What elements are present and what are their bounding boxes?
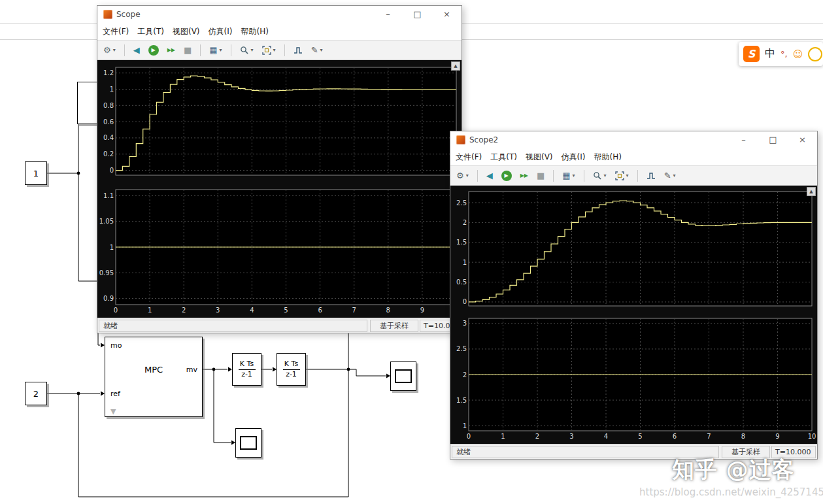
ime-more-icon[interactable] <box>808 47 822 61</box>
integrator-numerator: K Ts <box>284 360 298 369</box>
menu-item[interactable]: 文件(F) <box>456 152 482 163</box>
svg-text:9: 9 <box>775 433 779 440</box>
maximize-button[interactable]: □ <box>403 6 432 23</box>
scope2-toolbar: ⚙▾◀▶▶▶■▦▾▾▾✎▾ <box>450 166 817 186</box>
menu-item[interactable]: 工具(T) <box>137 26 164 37</box>
svg-text:5: 5 <box>638 433 642 440</box>
fit-to-view-icon[interactable]: ▾ <box>261 44 277 56</box>
maximize-button[interactable]: □ <box>758 131 788 148</box>
scope1-window-title: Scope <box>116 10 141 19</box>
close-button[interactable]: × <box>788 131 817 148</box>
layout-icon[interactable]: ▦▾ <box>561 170 576 181</box>
discrete-integrator-block-1[interactable]: K Ts z-1 <box>232 353 261 386</box>
menu-item[interactable]: 帮助(H) <box>594 152 621 163</box>
svg-text:9: 9 <box>420 307 424 314</box>
stop-icon[interactable]: ■ <box>535 170 546 181</box>
svg-text:1: 1 <box>110 86 114 93</box>
zoom-icon[interactable]: ▾ <box>239 44 255 56</box>
svg-text:6: 6 <box>673 433 677 440</box>
run-icon[interactable]: ▶ <box>500 169 513 182</box>
stop-icon[interactable]: ■ <box>182 44 193 56</box>
settings-gear-icon[interactable]: ⚙▾ <box>455 170 470 181</box>
svg-text:8: 8 <box>741 433 745 440</box>
inport-block-1[interactable]: 1 <box>25 161 47 185</box>
scope-block-lower[interactable] <box>235 428 261 458</box>
ime-language-mode[interactable]: 中 <box>765 47 775 61</box>
fit-to-view-icon[interactable]: ▾ <box>614 170 630 182</box>
svg-text:0: 0 <box>110 167 114 174</box>
menu-item[interactable]: 帮助(H) <box>241 26 268 37</box>
highlight-block-icon[interactable]: ◀ <box>485 170 494 181</box>
dropdown-arrow-icon: ▾ <box>626 173 629 178</box>
mpc-controller-block[interactable]: MPC mo ref mv ▼ <box>105 337 203 417</box>
dropdown-arrow-icon: ▾ <box>251 48 254 53</box>
ime-emoji-icon[interactable]: ☺ <box>793 48 803 60</box>
close-button[interactable]: × <box>432 6 462 23</box>
scope1-status-sample-mode: 基于采样 <box>370 320 418 332</box>
dropdown-arrow-icon: ▾ <box>573 173 575 178</box>
scope1-axes-2[interactable]: 0123456789100.90.9511.051.1 <box>99 186 460 314</box>
scope1-axes-1[interactable]: 00.20.40.60.811.2 <box>99 64 460 179</box>
svg-text:4: 4 <box>604 433 608 440</box>
menu-item[interactable]: 仿真(I) <box>209 26 233 37</box>
toolbar-separator <box>584 170 584 182</box>
sogou-logo-icon[interactable]: S <box>743 46 760 62</box>
scope1-plot-area: 00.20.40.60.811.2 0123456789100.90.9511.… <box>97 60 462 318</box>
mpc-expand-arrow-icon[interactable]: ▼ <box>110 407 116 416</box>
zoom-icon[interactable]: ▾ <box>592 170 608 182</box>
discrete-integrator-block-2[interactable]: K Ts z-1 <box>277 353 306 386</box>
scope2-titlebar[interactable]: Scope2 – □ × <box>450 131 817 148</box>
svg-text:0: 0 <box>114 307 118 314</box>
menu-item[interactable]: 仿真(I) <box>562 152 586 163</box>
inport-block-2[interactable]: 2 <box>25 382 47 405</box>
step-forward-icon[interactable]: ▶▶ <box>519 172 529 180</box>
svg-text:3: 3 <box>463 320 467 327</box>
ime-punctuation-icon[interactable]: °, <box>781 49 788 59</box>
svg-text:0.4: 0.4 <box>103 134 114 141</box>
scope-block-upper[interactable] <box>390 361 416 391</box>
toolbar-separator <box>231 44 231 56</box>
scope-block-screen-icon <box>240 436 257 450</box>
svg-text:1: 1 <box>463 422 467 429</box>
scope2-axes-1[interactable]: 00.511.522.5 <box>452 188 816 310</box>
svg-text:10: 10 <box>808 433 816 440</box>
settings-gear-icon[interactable]: ⚙▾ <box>102 44 117 56</box>
dropdown-arrow-icon: ▾ <box>466 173 469 178</box>
menu-item[interactable]: 视图(V) <box>173 26 200 37</box>
menu-item[interactable]: 文件(F) <box>103 26 129 37</box>
ime-toolbar[interactable]: S 中 °, ☺ <box>739 42 823 66</box>
svg-text:7: 7 <box>352 307 356 314</box>
triggers-icon[interactable] <box>292 44 304 56</box>
scope2-menubar: 文件(F)工具(T)视图(V)仿真(I)帮助(H) <box>450 148 817 166</box>
run-icon[interactable]: ▶ <box>147 44 160 57</box>
svg-text:1.5: 1.5 <box>456 397 467 404</box>
expand-plot-button[interactable]: ▲ <box>451 61 460 71</box>
layout-icon[interactable]: ▦▾ <box>208 44 223 56</box>
inport-2-label: 2 <box>33 389 39 399</box>
step-forward-icon[interactable]: ▶▶ <box>166 46 176 54</box>
scope2-window: Scope2 – □ × 文件(F)工具(T)视图(V)仿真(I)帮助(H) ⚙… <box>450 131 818 460</box>
svg-text:1.1: 1.1 <box>103 192 114 199</box>
menu-item[interactable]: 工具(T) <box>490 152 517 163</box>
svg-text:1: 1 <box>148 307 152 314</box>
watermark-zhihu: 知乎 @过客 <box>672 455 795 485</box>
highlight-block-icon[interactable]: ◀ <box>132 44 141 56</box>
cursor-measurements-icon[interactable]: ✎▾ <box>310 44 324 56</box>
cursor-measurements-icon[interactable]: ✎▾ <box>663 170 677 181</box>
triggers-icon[interactable] <box>645 170 657 182</box>
scope-app-icon <box>103 10 112 19</box>
integrator-denominator: z-1 <box>241 371 252 379</box>
watermark-csdn: https://blog.csdn.net/weixin_42571453 <box>639 486 823 498</box>
svg-text:0.6: 0.6 <box>103 118 114 126</box>
scope2-plot-area: 00.511.522.5 01234567891011.522.53 ▲ <box>450 186 817 444</box>
minimize-button[interactable]: – <box>729 131 758 148</box>
expand-plot-button[interactable]: ▲ <box>807 187 816 196</box>
toolbar-separator <box>637 170 638 182</box>
dropdown-arrow-icon: ▾ <box>604 173 607 178</box>
scope2-window-title: Scope2 <box>469 135 498 144</box>
scope1-titlebar[interactable]: Scope – □ × <box>97 6 462 23</box>
menu-item[interactable]: 视图(V) <box>526 152 553 163</box>
scope2-axes-2[interactable]: 01234567891011.522.53 <box>452 315 816 441</box>
minimize-button[interactable]: – <box>373 6 403 23</box>
svg-text:1.05: 1.05 <box>99 218 114 225</box>
